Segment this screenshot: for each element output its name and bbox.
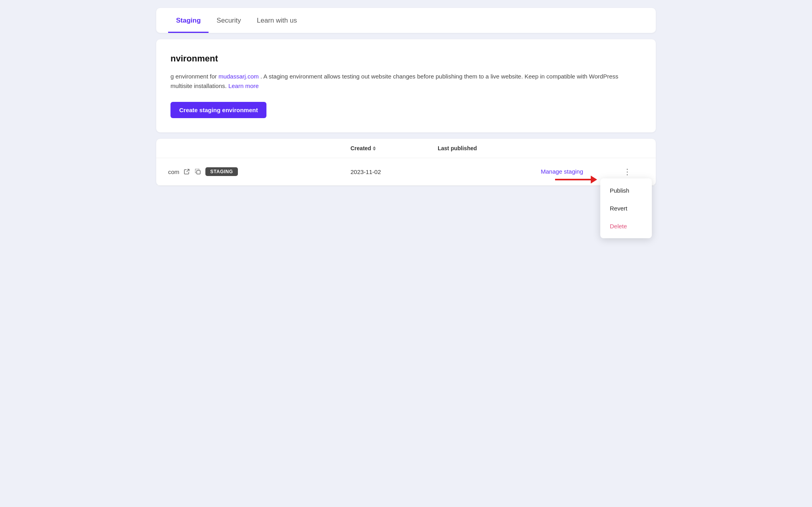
col-created: Created: [350, 145, 438, 151]
more-options-button[interactable]: ⋮: [620, 165, 634, 178]
tab-staging[interactable]: Staging: [168, 8, 209, 33]
env-description: g environment for mudassarj.com . A stag…: [170, 72, 642, 91]
copy-icon[interactable]: [194, 168, 201, 175]
svg-rect-0: [197, 170, 200, 174]
manage-staging-link[interactable]: Manage staging: [541, 168, 583, 175]
table-header: Created Last published: [156, 139, 656, 158]
env-title: nvironment: [170, 54, 642, 64]
tab-learn[interactable]: Learn with us: [249, 8, 305, 33]
dropdown-delete[interactable]: Delete: [600, 217, 652, 235]
site-cell: com STAGING: [168, 167, 350, 176]
more-cell: ⋮: [620, 165, 644, 178]
create-staging-button[interactable]: Create staging environment: [170, 102, 266, 118]
page-wrapper: Staging Security Learn with us nvironmen…: [156, 8, 656, 186]
col-more: [620, 145, 644, 151]
domain-link[interactable]: mudassarj.com: [218, 73, 259, 80]
tab-security[interactable]: Security: [209, 8, 249, 33]
created-date: 2023-11-02: [350, 168, 438, 175]
staging-badge: STAGING: [205, 167, 237, 176]
dropdown-revert[interactable]: Revert: [600, 199, 652, 217]
arrow-indicator: [555, 176, 597, 184]
col-last-published: Last published: [438, 145, 541, 151]
external-link-icon[interactable]: [183, 168, 190, 175]
arrow-shaft: [555, 179, 591, 180]
env-card: nvironment g environment for mudassarj.c…: [156, 39, 656, 132]
manage-cell: Manage staging: [541, 168, 620, 175]
env-desc-prefix: g environment for: [170, 73, 218, 80]
created-sort-icon[interactable]: [373, 146, 376, 151]
tabs-card: Staging Security Learn with us: [156, 8, 656, 33]
table-card: Created Last published com: [156, 139, 656, 186]
col-actions: [541, 145, 620, 151]
site-name: com: [168, 168, 179, 175]
col-site: [168, 145, 350, 151]
arrow-head: [591, 176, 597, 184]
dropdown-publish[interactable]: Publish: [600, 182, 652, 199]
learn-more-link[interactable]: Learn more: [228, 82, 259, 89]
dropdown-menu: Publish Revert Delete: [600, 178, 652, 238]
tabs-list: Staging Security Learn with us: [168, 8, 644, 33]
